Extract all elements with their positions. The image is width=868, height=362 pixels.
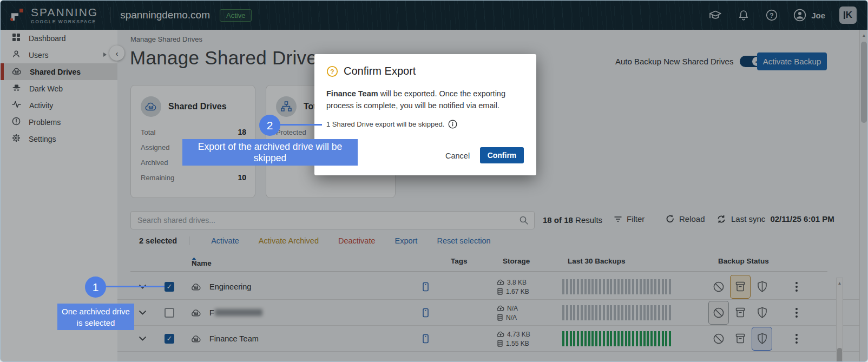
info-icon[interactable] — [448, 120, 457, 129]
cancel-button[interactable]: Cancel — [440, 148, 475, 163]
tooltip-text: Export of the archived drive will be ski… — [182, 141, 358, 164]
dialog-message: Finance Team will be exported. Once the … — [326, 88, 525, 112]
callout-tooltip-1: One archived drive is selected — [57, 304, 134, 330]
confirm-button[interactable]: Confirm — [480, 147, 524, 163]
callout-line-2 — [279, 124, 322, 126]
callout-step-1: 1 — [85, 277, 106, 298]
callout-line-1 — [105, 286, 165, 287]
svg-text:?: ? — [330, 68, 334, 75]
drive-name-bold: Finance Team — [326, 89, 378, 98]
tooltip-line-2: is selected — [77, 317, 115, 328]
callout-tooltip-2: Export of the archived drive will be ski… — [182, 139, 358, 166]
dialog-title: Confirm Export — [344, 65, 416, 77]
question-icon: ? — [326, 65, 338, 77]
app-window: SPANNING GOOGLE WORKSPACE spanningdemo.c… — [0, 0, 868, 362]
callout-step-2: 2 — [259, 115, 280, 136]
tooltip-line-1: One archived drive — [62, 306, 130, 317]
skip-note: 1 Shared Drive export will be skipped. — [326, 120, 444, 128]
